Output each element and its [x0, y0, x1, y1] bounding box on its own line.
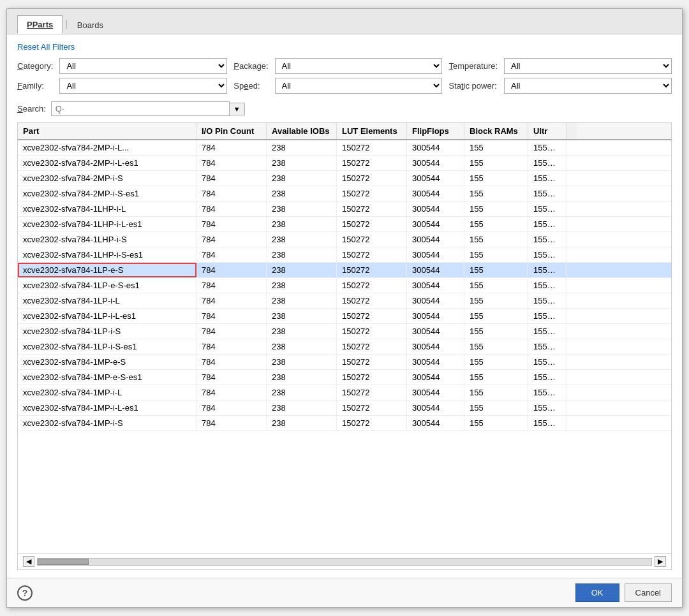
table-row[interactable]: xcve2302-sfva784-1LP-i-L-es1784238150272… [18, 309, 671, 324]
table-cell: 155… [528, 278, 567, 293]
table-cell: 238 [267, 202, 337, 216]
table-row[interactable]: xcve2302-sfva784-1LP-i-S7842381502723005… [18, 324, 671, 339]
table-cell: 150272 [337, 416, 407, 430]
table-cell: 155… [528, 156, 567, 170]
table-row[interactable]: xcve2302-sfva784-1MP-i-L-es1784238150272… [18, 400, 671, 416]
table-cell: 784 [196, 278, 267, 293]
table-cell: 238 [267, 171, 337, 186]
table-cell: xcve2302-sfva784-1LP-e-S-es1 [18, 278, 196, 293]
package-select[interactable]: All [275, 58, 443, 74]
table-row[interactable]: xcve2302-sfva784-1LP-e-S7842381502723005… [18, 263, 671, 278]
ok-button[interactable]: OK [575, 583, 619, 602]
table-cell: 155 [464, 278, 528, 293]
table-row[interactable]: xcve2302-sfva784-1MP-e-S7842381502723005… [18, 355, 671, 370]
col-io-pin: I/O Pin Count [196, 123, 267, 139]
table-cell: 155 [464, 247, 528, 262]
search-input[interactable] [51, 101, 230, 116]
table-row[interactable]: xcve2302-sfva784-2MP-i-S7842381502723005… [18, 171, 671, 186]
table-cell: xcve2302-sfva784-2MP-i-L-es1 [18, 156, 196, 170]
table-cell: xcve2302-sfva784-2MP-i-S-es1 [18, 186, 196, 201]
table-row[interactable]: xcve2302-sfva784-1LHP-i-S784238150272300… [18, 232, 671, 247]
table-cell: 150272 [337, 171, 407, 186]
table-cell: 300544 [407, 370, 464, 385]
table-row[interactable]: xcve2302-sfva784-2MP-i-L-es1784238150272… [18, 156, 671, 171]
table-cell: 155… [528, 324, 567, 339]
table-cell: 300544 [407, 309, 464, 323]
table-cell: 150272 [337, 370, 407, 385]
table-cell: 150272 [337, 309, 407, 323]
table-cell: 784 [196, 202, 267, 216]
table-cell: 238 [267, 416, 337, 430]
table-cell: 784 [196, 355, 267, 369]
table-cell: xcve2302-sfva784-1LP-e-S [18, 263, 196, 277]
table-cell: 155… [528, 247, 567, 262]
table-row[interactable]: xcve2302-sfva784-1LP-e-S-es1784238150272… [18, 278, 671, 293]
horizontal-scrollbar[interactable]: ◀ ▶ [18, 553, 671, 569]
table-cell: 300544 [407, 217, 464, 231]
category-select[interactable]: All [59, 58, 227, 74]
search-row: Search: ▼ [17, 101, 672, 116]
table-row[interactable]: xcve2302-sfva784-2MP-i-L...7842381502723… [18, 140, 671, 156]
table-cell: 238 [267, 263, 337, 277]
tab-boards[interactable]: Boards [68, 16, 113, 34]
table-cell: 155 [464, 385, 528, 400]
table-cell: 155… [528, 263, 567, 277]
table-cell: 155 [464, 186, 528, 201]
table-row[interactable]: xcve2302-sfva784-1LP-i-L7842381502723005… [18, 293, 671, 309]
tab-parts[interactable]: PParts [17, 15, 63, 34]
hscroll-track[interactable] [37, 558, 652, 566]
temperature-select[interactable]: All [504, 58, 672, 74]
table-row[interactable]: xcve2302-sfva784-1MP-e-S-es1784238150272… [18, 370, 671, 385]
search-label: Search: [17, 104, 46, 114]
table-cell: 784 [196, 416, 267, 430]
table-cell: 784 [196, 370, 267, 385]
table-cell: xcve2302-sfva784-2MP-i-S [18, 171, 196, 186]
table-row[interactable]: xcve2302-sfva784-1LHP-i-L-es178423815027… [18, 217, 671, 232]
table-row[interactable]: xcve2302-sfva784-1MP-i-S7842381502723005… [18, 416, 671, 431]
table-row[interactable]: xcve2302-sfva784-1LHP-i-L784238150272300… [18, 202, 671, 217]
static-power-select[interactable]: All [504, 78, 672, 94]
table-cell: 300544 [407, 263, 464, 277]
hscroll-left-button[interactable]: ◀ [23, 556, 34, 567]
table-row[interactable]: xcve2302-sfva784-2MP-i-S-es1784238150272… [18, 186, 671, 202]
parts-table: Part I/O Pin Count Available IOBs LUT El… [17, 122, 672, 570]
hscroll-thumb[interactable] [38, 559, 89, 565]
table-cell: 155… [528, 186, 567, 201]
table-cell: 150272 [337, 324, 407, 339]
static-power-label: Static power: [448, 81, 498, 91]
table-row[interactable]: xcve2302-sfva784-1MP-i-L7842381502723005… [18, 385, 671, 400]
temperature-label: Temperature: [448, 61, 498, 71]
table-cell: 155 [464, 140, 528, 155]
table-cell: 784 [196, 324, 267, 339]
table-cell: 155 [464, 309, 528, 323]
table-cell: 784 [196, 140, 267, 155]
table-row[interactable]: xcve2302-sfva784-1LP-i-S-es1784238150272… [18, 339, 671, 355]
cancel-button[interactable]: Cancel [625, 583, 672, 602]
family-select[interactable]: All [59, 78, 227, 94]
table-body[interactable]: xcve2302-sfva784-2MP-i-L...7842381502723… [18, 140, 671, 553]
table-cell: 784 [196, 263, 267, 277]
table-cell: 784 [196, 309, 267, 323]
package-label: Package: [233, 61, 268, 71]
category-label: Category: [17, 61, 53, 71]
table-cell: 155… [528, 370, 567, 385]
table-cell: 238 [267, 339, 337, 354]
search-dropdown-button[interactable]: ▼ [230, 103, 245, 115]
table-cell: 155 [464, 293, 528, 308]
table-row[interactable]: xcve2302-sfva784-1LHP-i-S-es178423815027… [18, 247, 671, 263]
reset-filters-link[interactable]: Reset All Filters [17, 42, 672, 52]
table-cell: 155 [464, 217, 528, 231]
table-cell: 300544 [407, 140, 464, 155]
table-cell: xcve2302-sfva784-1LHP-i-L [18, 202, 196, 216]
hscroll-right-button[interactable]: ▶ [655, 556, 666, 567]
table-cell: 784 [196, 385, 267, 400]
table-cell: xcve2302-sfva784-1LP-i-L [18, 293, 196, 308]
table-cell: 300544 [407, 278, 464, 293]
table-cell: 150272 [337, 156, 407, 170]
table-cell: 300544 [407, 416, 464, 430]
table-cell: 150272 [337, 339, 407, 354]
help-button[interactable]: ? [17, 585, 33, 601]
speed-select[interactable]: All [275, 78, 443, 94]
table-header: Part I/O Pin Count Available IOBs LUT El… [18, 123, 671, 140]
table-cell: xcve2302-sfva784-1LP-i-S-es1 [18, 339, 196, 354]
